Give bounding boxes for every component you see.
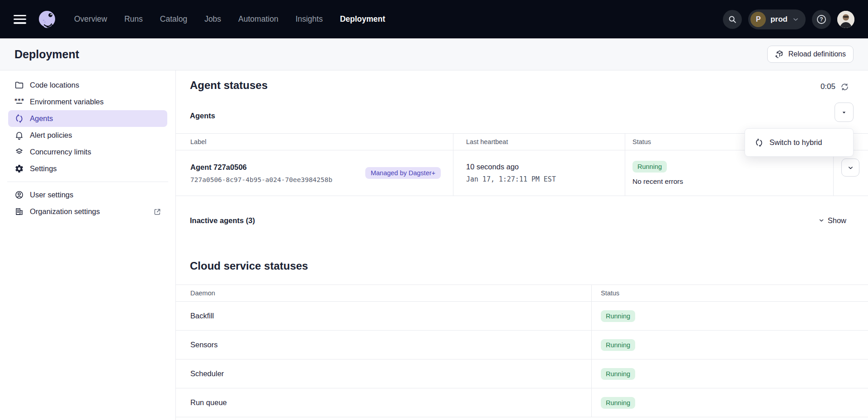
agent-label-cell: Agent 727a0506 727a0506-8c97-4b95-a024-7… [176,150,453,196]
svg-text:?: ? [820,16,823,23]
page-title: Deployment [14,48,79,61]
agents-heading: Agents [190,112,215,120]
environment-avatar: P [750,12,766,27]
org-icon [14,207,24,217]
gear-icon [14,164,24,174]
sidebar-divider [7,182,168,182]
agents-options-button[interactable] [835,103,854,122]
agent-heartbeat-cell: 10 seconds ago Jan 17, 1:27:11 PM EST [453,150,625,196]
daemon-status-badge: Running [601,397,635,409]
agent-icon [14,114,24,124]
sidebar-item-label: Code locations [30,81,161,89]
column-header-daemon-status: Status [592,285,868,301]
nav-item-insights[interactable]: Insights [296,14,323,24]
sidebar-item-label: User settings [30,191,161,199]
chevron-down-icon [847,164,854,171]
heartbeat-absolute: Jan 17, 1:27:11 PM EST [466,175,625,183]
dagster-logo-icon[interactable] [35,8,59,31]
agent-id: 727a0506-8c97-4b95-a024-70ee3984258b [190,176,332,183]
agent-name: Agent 727a0506 [190,163,332,172]
help-icon: ? [816,14,827,25]
daemon-status-cell: Running [592,388,868,417]
environment-name: prod [770,15,788,24]
daemon-name: Backfill [176,302,592,330]
refresh-timer: 0:05 [821,82,849,91]
sidebar-item-label: Agents [30,114,161,123]
agent-row-expand-button[interactable] [841,159,859,177]
inactive-agents-heading: Inactive agents (3) [190,216,255,225]
menu-icon[interactable] [14,15,26,24]
menu-item-label: Switch to hybrid [769,138,822,147]
sidebar-item-label: Organization settings [30,207,147,216]
daemon-status-cell: Running [592,331,868,359]
refresh-icon[interactable] [840,83,849,91]
primary-nav: OverviewRunsCatalogJobsAutomationInsight… [74,14,385,24]
column-header-daemon: Daemon [176,285,592,301]
agent-status-badge: Running [632,161,667,173]
top-nav: OverviewRunsCatalogJobsAutomationInsight… [0,0,868,38]
managed-badge: Managed by Dagster+ [365,167,441,179]
sidebar-item-label: Concurrency limits [30,148,161,156]
main-content: Agent statuses 0:05 Agents [176,70,868,420]
menu-item-switch-to-hybrid[interactable]: Switch to hybrid [745,129,853,156]
env-vars-icon: *** [14,97,24,107]
column-header-label: Label [176,134,453,150]
nav-item-runs[interactable]: Runs [124,14,143,24]
daemon-status-badge: Running [601,368,635,380]
sidebar-main-nav: Code locations***Environment variablesAg… [0,77,175,177]
sidebar-item-agents[interactable]: Agents [8,110,167,127]
daemon-status-badge: Running [601,310,635,322]
user-avatar[interactable] [837,11,854,28]
sidebar-item-label: Alert policies [30,131,161,140]
nav-item-overview[interactable]: Overview [74,14,107,24]
user-icon [14,190,24,200]
daemon-row-scheduler: SchedulerRunning [176,359,868,388]
daemon-status-badge: Running [601,339,635,351]
heartbeat-relative: 10 seconds ago [466,163,625,171]
sidebar-item-organization-settings[interactable]: Organization settings [8,203,167,220]
reload-definitions-button[interactable]: Reload definitions [767,46,854,63]
sidebar-item-user-settings[interactable]: User settings [8,187,167,203]
sidebar-item-settings[interactable]: Settings [8,160,167,177]
chevron-down-icon [818,217,825,224]
nav-item-jobs[interactable]: Jobs [204,14,221,24]
daemon-name: Scheduler [176,359,592,388]
external-link-icon [153,208,161,216]
daemon-name: Sensors [176,331,592,359]
settings-sidebar: Code locations***Environment variablesAg… [0,70,176,420]
daemon-status-cell: Running [592,302,868,330]
agents-options-menu: Switch to hybrid [745,128,854,157]
environment-switcher[interactable]: P prod [748,9,806,29]
search-button[interactable] [723,10,742,29]
app-root: OverviewRunsCatalogJobsAutomationInsight… [0,0,868,420]
sidebar-item-environment-variables[interactable]: ***Environment variables [8,93,167,110]
bell-icon [14,131,24,140]
sidebar-item-concurrency-limits[interactable]: Concurrency limits [8,144,167,160]
caret-down-icon [841,109,847,116]
daemon-row-backfill: BackfillRunning [176,302,868,331]
agent-status-note: No recent errors [632,177,683,186]
help-button[interactable]: ? [812,10,831,29]
agent-icon [755,138,764,147]
cloud-services-table-header: Daemon Status [176,285,868,302]
agent-statuses-title: Agent statuses [190,79,268,92]
nav-item-catalog[interactable]: Catalog [160,14,187,24]
nav-item-automation[interactable]: Automation [238,14,278,24]
daemon-row-sensors: SensorsRunning [176,331,868,359]
daemon-name: Run queue [176,388,592,417]
refresh-countdown: 0:05 [821,82,835,91]
sidebar-footer-nav: User settingsOrganization settings [0,187,175,220]
folder-icon [14,80,24,90]
page-header: Deployment Reload definitions [0,38,868,70]
layers-icon [14,147,24,157]
daemon-status-cell: Running [592,359,868,388]
cloud-service-statuses-title: Cloud service statuses [190,260,308,272]
sidebar-item-code-locations[interactable]: Code locations [8,77,167,93]
sidebar-item-alert-policies[interactable]: Alert policies [8,127,167,144]
nav-item-deployment[interactable]: Deployment [340,14,385,24]
daemon-row-run-queue: Run queueRunning [176,388,868,417]
chevron-down-icon [792,16,799,23]
search-icon [727,14,737,24]
show-inactive-toggle[interactable]: Show [818,216,846,225]
agent-status-cell: Running No recent errors [625,150,834,196]
